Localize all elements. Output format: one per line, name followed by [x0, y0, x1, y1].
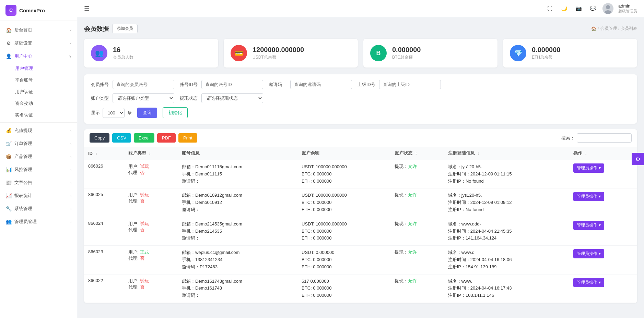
sidebar-item-platform-account[interactable]: 平台账号 [0, 74, 77, 86]
copy-button[interactable]: Copy [90, 133, 109, 143]
breadcrumb-sep-2: / [618, 26, 619, 31]
cell-account-info: 邮箱：Demo214535gmail.com 手机：Demo214535 邀请码… [178, 217, 297, 245]
print-button[interactable]: Print [178, 133, 197, 143]
per-page-select[interactable]: 1005025 [103, 108, 125, 118]
cell-action[interactable]: 管理员操作 ▾ [569, 246, 637, 274]
system-icon: 🔧 [5, 206, 12, 212]
excel-button[interactable]: Excel [134, 133, 154, 143]
cell-account-info: 邮箱：Demo011115gmail.com 手机：Demo011115 邀请码… [178, 160, 297, 188]
cell-balance: 617 0.000000 BTC: 0.000000 ETH: 0.000000 [297, 274, 390, 303]
table-section: Copy CSV Excel PDF Print 搜索： ID ↕ 账户类型 ↕… [84, 129, 637, 303]
screenshot-icon[interactable]: 📷 [574, 4, 583, 13]
csv-button[interactable]: CSV [112, 133, 131, 143]
sidebar-item-user-center[interactable]: 👤 用户中心 ∨ [0, 50, 77, 63]
sidebar-item-reports[interactable]: 📈 报表统计 ‹ [0, 189, 77, 202]
cell-balance: USDT: 100000.000000 BTC: 0.000000 ETH: 0… [297, 160, 390, 188]
cell-account-info: 邮箱：weplus.cc@gmail.com 手机：13812341234 邀请… [178, 246, 297, 274]
cell-action[interactable]: 管理员操作 ▾ [569, 217, 637, 245]
cell-id: 866023 [84, 246, 124, 274]
cell-action[interactable]: 管理员操作 ▾ [569, 188, 637, 217]
settings-fab-button[interactable]: ⚙ [632, 153, 644, 165]
page-header: 会员数据 添加会员 🏠 / 会员管理 / 会员列表 [84, 24, 637, 33]
stat-label-btc: BTC总余额 [392, 54, 421, 60]
invite-input[interactable] [290, 80, 352, 89]
menu-toggle-icon[interactable]: ☰ [84, 5, 90, 12]
admin-action-button[interactable]: 管理员操作 ▾ [573, 192, 604, 201]
id-label: 账号ID号 [180, 82, 199, 88]
cell-balance: USDT: 100000.000000 BTC: 0.000000 ETH: 0… [297, 188, 390, 217]
user-info: admin 超级管理员 [618, 3, 637, 14]
stat-value-btc: 0.000000 [392, 46, 421, 54]
table-search: 搜索： [561, 133, 632, 143]
user-name: admin [618, 3, 637, 9]
sidebar-item-products[interactable]: 📦 产品管理 ‹ [0, 150, 77, 163]
table-row: 866025 用户: 试玩 代理: 否 邮箱：Demo010912gmail.c… [84, 188, 637, 217]
stat-label-usdt: USDT总余额 [253, 54, 304, 60]
account-label: 会员账号 [91, 82, 110, 88]
search-input[interactable] [577, 133, 632, 143]
superior-input[interactable] [379, 80, 441, 89]
eth-icon: 💎 [510, 45, 526, 61]
account-type-select[interactable]: 请选择账户类型试玩正式 [113, 93, 174, 103]
col-balance: 账户余额 [297, 147, 390, 160]
theme-icon[interactable]: 🌙 [559, 4, 569, 13]
logo-icon: C [5, 5, 16, 16]
pdf-button[interactable]: PDF [157, 133, 176, 143]
add-member-button[interactable]: 添加会员 [112, 24, 138, 33]
cell-account-type: 用户: 试玩 代理: 否 [124, 160, 177, 188]
sidebar-item-articles[interactable]: 📰 文章公告 ‹ [0, 176, 77, 189]
sidebar-item-user-auth[interactable]: 用户认证 [0, 86, 77, 98]
sidebar-item-real-name[interactable]: 实名认证 [0, 109, 77, 121]
stat-value-members: 16 [113, 46, 133, 54]
cell-action[interactable]: 管理员操作 ▾ [569, 274, 637, 303]
settings-fab-icon: ⚙ [635, 156, 640, 162]
sub-label-asset: 资金变动 [15, 100, 33, 107]
user-role: 超级管理员 [618, 9, 637, 14]
home-icon: 🏠 [5, 27, 12, 33]
stat-value-usdt: 1200000.000000 [253, 46, 304, 54]
reset-button[interactable]: 初始化 [163, 107, 188, 118]
breadcrumb-home-icon[interactable]: 🏠 [591, 26, 596, 31]
col-id[interactable]: ID ↕ [84, 147, 124, 160]
sidebar-item-orders[interactable]: 🛒 订单管理 ‹ [0, 137, 77, 150]
admin-action-button[interactable]: 管理员操作 ▾ [573, 221, 604, 230]
col-status[interactable]: 账户状态 ↕ [390, 147, 444, 160]
sub-label-platform: 平台账号 [15, 77, 33, 83]
account-input[interactable] [113, 80, 174, 89]
cell-reg-info: 域名：www. 注册时间：2024-04-04 16:17:43 注册IP：10… [444, 274, 570, 303]
stat-label-eth: ETH总余额 [532, 54, 560, 60]
sidebar-item-recharge[interactable]: 💰 充值提现 ‹ [0, 124, 77, 137]
sidebar-item-user-management[interactable]: 用户管理 [0, 63, 77, 74]
cell-status: 提现：允许 [390, 246, 444, 274]
sidebar-item-system[interactable]: 🔧 系统管理 ‹ [0, 202, 77, 215]
sidebar-item-dashboard[interactable]: 🏠 后台首页 ‹ [0, 24, 77, 37]
id-input[interactable] [201, 80, 263, 89]
settings-icon: ⚙ [5, 40, 12, 46]
query-button[interactable]: 查询 [137, 108, 157, 118]
sidebar-item-risk[interactable]: 📊 风控管理 ‹ [0, 163, 77, 176]
sidebar-item-settings[interactable]: ⚙ 基础设置 ‹ [0, 37, 77, 50]
admin-action-button[interactable]: 管理员操作 ▾ [573, 163, 604, 173]
cell-reg-info: 域名：jys120-h5. 注册时间：2024-12-09 01:11:15 注… [444, 160, 570, 188]
cell-account-info: 邮箱：Demo161743gmail.com 手机：Demo161743 邀请码… [178, 274, 297, 303]
cell-account-info: 邮箱：Demo010912gmail.com 手机：Demo010912 邀请码… [178, 188, 297, 217]
search-label: 搜索： [561, 135, 575, 141]
fullscreen-icon[interactable]: ⛶ [545, 4, 554, 13]
sidebar-item-admin-mgmt[interactable]: 👥 管理员管理 ‹ [0, 215, 77, 228]
cell-balance: USDT: 0.000000 BTC: 0.000000 ETH: 0.0000… [297, 246, 390, 274]
col-action[interactable]: 操作 ↕ [569, 147, 637, 160]
admin-action-button[interactable]: 管理员操作 ▾ [573, 278, 604, 287]
col-reg-info[interactable]: 注册登陆信息 ↕ [444, 147, 570, 160]
cell-action[interactable]: 管理员操作 ▾ [569, 160, 637, 188]
withdraw-select[interactable]: 请选择提现状态允许禁止 [201, 93, 263, 103]
notification-icon[interactable]: 💬 [588, 4, 598, 13]
admin-action-button[interactable]: 管理员操作 ▾ [573, 249, 604, 258]
nav-arrow-reports: ‹ [70, 194, 71, 198]
main-content: 会员数据 添加会员 🏠 / 会员管理 / 会员列表 👥 16 会员总人数 � [77, 17, 644, 318]
stats-grid: 👥 16 会员总人数 💳 1200000.000000 USDT总余额 B 0.… [84, 39, 637, 68]
display-label: 显示 [91, 110, 100, 116]
col-account-type[interactable]: 账户类型 ↕ [124, 147, 177, 160]
sidebar-item-asset-change[interactable]: 资金变动 [0, 98, 77, 109]
page-title: 会员数据 [84, 25, 109, 33]
stat-card-members: 👥 16 会员总人数 [84, 39, 218, 68]
